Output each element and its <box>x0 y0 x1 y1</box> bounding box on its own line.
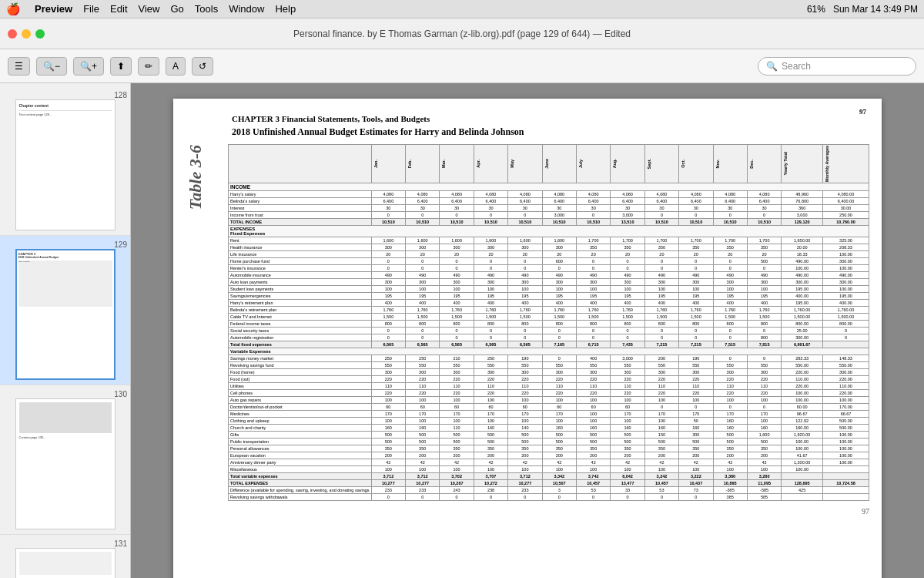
table-row: TOTAL EXPENSES10,27710,27710,26710,27210… <box>229 479 869 486</box>
page-thumb-131: Content page 131... <box>15 548 116 578</box>
table-row: Difference (available for spending, savi… <box>229 486 869 493</box>
col-header-aug: Aug. <box>611 145 644 183</box>
zoom-in-button[interactable]: 🔍+ <box>73 57 104 76</box>
table-row: Anniversary dinner party4242424242424242… <box>229 459 869 465</box>
table-row: Harry's retirement plan40040040040040040… <box>229 299 869 306</box>
menu-go[interactable]: Go <box>170 3 183 15</box>
table-row: Food (home)30030030030030030030030030030… <box>229 368 869 375</box>
content-area[interactable]: 97 CHAPTER 3 Financial Statements, Tools… <box>131 83 924 578</box>
table-title: 2018 Unfinished Annual Budget Estimates … <box>232 126 869 138</box>
col-header-category <box>229 145 372 183</box>
table-row: Belinda's salary6,4006,4006,4006,4006,40… <box>229 197 869 204</box>
sidebar-page-130[interactable]: 130 Content page 130... <box>0 385 130 535</box>
section-header-income: INCOME <box>229 183 869 190</box>
zoom-out-button[interactable]: 🔍− <box>36 57 67 76</box>
table-row: TOTAL INCOME10,51010,51010,51010,51010,5… <box>229 218 869 225</box>
table-row: Life insurance20202020202020202020202018… <box>229 250 869 257</box>
page-thumb-130: Content page 130... <box>15 398 116 529</box>
page-number-131: 131 <box>114 539 127 548</box>
col-header-mar: Mar. <box>440 145 474 183</box>
toolbar-right: 🔍 Search <box>758 57 916 76</box>
chapter-heading: CHAPTER 3 Financial Statements, Tools, a… <box>232 114 869 123</box>
col-header-jul: July <box>576 145 610 183</box>
apple-menu[interactable]: 🍎 <box>6 2 21 16</box>
rotate-button[interactable]: ↺ <box>192 57 213 76</box>
table-row: Harry's salary4,0804,0804,0804,0804,0804… <box>229 190 869 197</box>
table-row: Auto loan payments3003003003003003003003… <box>229 278 869 285</box>
table-row: Public transportation5005005005005005005… <box>229 438 869 445</box>
sidebar: 128 Chapter content Text content page 12… <box>0 83 131 578</box>
table-row: Total fixed expenses6,5656,5656,5656,565… <box>229 341 869 348</box>
sidebar-page-131[interactable]: 131 Content page 131... <box>0 535 130 578</box>
table-row: Interest30303030303030303030303036030.00 <box>229 204 869 211</box>
share-button[interactable]: ⬆ <box>110 57 132 76</box>
table-row: Clothing and upkeep100100100100100100100… <box>229 417 869 424</box>
minimize-button[interactable] <box>22 29 31 39</box>
sidebar-toggle[interactable]: ☰ <box>8 57 30 76</box>
maximize-button[interactable] <box>35 29 45 39</box>
section-header-fixed: EXPENSES Fixed Expenses <box>229 225 869 237</box>
search-label: Search <box>782 61 811 72</box>
main-layout: 128 Chapter content Text content page 12… <box>0 83 924 578</box>
menu-view[interactable]: View <box>139 3 160 15</box>
window-controls[interactable] <box>8 29 45 39</box>
menu-file[interactable]: File <box>83 3 99 15</box>
window-title: Personal finance. by E Thomas Garman (z-… <box>293 29 631 39</box>
menu-help[interactable]: Help <box>275 3 296 15</box>
table-row: Belinda's retirement plan1,7601,7601,760… <box>229 306 869 313</box>
table-row: Total variable expenses3,7123,7123,7023,… <box>229 472 869 479</box>
toolbar: ☰ 🔍− 🔍+ ⬆ ✏ A ↺ 🔍 Search <box>0 49 924 83</box>
table-row: Gifts5005005005005005005005001503005001,… <box>229 431 869 438</box>
table-row: Automobile registration00000000000800300… <box>229 334 869 341</box>
table-row: Personal allowances350350350350350350350… <box>229 445 869 452</box>
table-row: Cell phones22022022022022022022022022022… <box>229 389 869 396</box>
col-header-nov: Nov. <box>713 145 747 183</box>
page-number-128: 128 <box>114 91 127 99</box>
menu-preview[interactable]: Preview <box>35 3 72 15</box>
page-thumb-128: Chapter content Text content page 128... <box>15 99 116 230</box>
table-row: Federal income taxes80080080080080080080… <box>229 320 869 327</box>
table-row: Savings money market25025021025019004003… <box>229 355 869 361</box>
table-row: Auto gas repairs100100100100100100100100… <box>229 396 869 403</box>
col-header-jan: Jan. <box>371 145 405 183</box>
col-header-apr: Apr. <box>474 145 507 183</box>
table-label: Table 3-6 <box>186 145 206 210</box>
page-thumb-129: CHAPTER 3 2018 Unfinished Annual Budget … <box>15 249 116 380</box>
table-row: European vacation20020020020020020020020… <box>229 452 869 459</box>
section-header-variable: Variable Expenses <box>229 348 869 355</box>
table-row: Social security taxes00000000000025.000 <box>229 327 869 334</box>
table-row: Medicines1701701701701701701001701701701… <box>229 410 869 417</box>
sidebar-page-129[interactable]: 129 CHAPTER 3 2018 Unfinished Annual Bud… <box>0 236 130 385</box>
battery-indicator: 61% <box>807 4 825 15</box>
chapter-header-area: CHAPTER 3 Financial Statements, Tools, a… <box>232 114 869 138</box>
titlebar: Personal finance. by E Thomas Garman (z-… <box>0 18 924 49</box>
table-row: Home purchase fund0000060000000500490.00… <box>229 257 869 264</box>
search-icon: 🔍 <box>766 61 778 72</box>
pen-button[interactable]: ✏ <box>138 57 159 76</box>
page-number-129: 129 <box>114 240 127 249</box>
col-header-feb: Feb. <box>406 145 440 183</box>
col-header-dec: Dec. <box>747 145 781 183</box>
table-row: Utilities1101101101101101101101101101101… <box>229 382 869 389</box>
annotation-button[interactable]: A <box>166 57 186 76</box>
col-header-oct: Oct. <box>679 145 713 183</box>
menu-window[interactable]: Window <box>229 3 264 15</box>
search-box[interactable]: 🔍 Search <box>758 57 916 76</box>
table-row: Revolving savings withdrawals00000000003… <box>229 493 869 500</box>
col-header-sep: Sept. <box>644 145 678 183</box>
page-number-130: 130 <box>114 390 127 398</box>
page-num-top: 97 <box>859 108 866 116</box>
datetime-display: Sun Mar 14 3:49 PM <box>833 4 918 15</box>
close-button[interactable] <box>8 29 17 39</box>
table-row: Health insurance300300300300300300350350… <box>229 244 869 250</box>
menu-edit[interactable]: Edit <box>110 3 127 15</box>
table-row: Income from trust000003,00003,00000003,0… <box>229 211 869 218</box>
menubar: 🍎 Preview File Edit View Go Tools Window… <box>0 0 924 18</box>
table-row: Student loan payments1001001001001001001… <box>229 285 869 292</box>
col-header-may: May <box>508 145 542 183</box>
table-row: Church and charity1601601101601401601601… <box>229 424 869 431</box>
sidebar-page-128[interactable]: 128 Chapter content Text content page 12… <box>0 86 130 236</box>
table-row: Rent1,6001,6001,6001,6001,6001,6001,7001… <box>229 237 869 244</box>
budget-table: Jan. Feb. Mar. Apr. May June July Aug. S… <box>228 144 869 501</box>
menu-tools[interactable]: Tools <box>195 3 218 15</box>
